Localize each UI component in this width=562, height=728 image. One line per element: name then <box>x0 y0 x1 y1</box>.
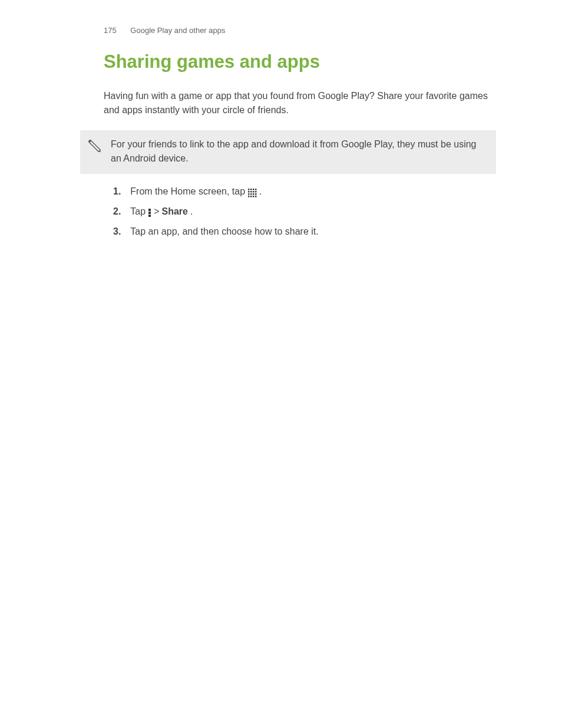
step-item: 3. Tap an app, and then choose how to sh… <box>113 225 494 239</box>
svg-rect-5 <box>250 191 252 193</box>
svg-rect-1 <box>250 189 252 190</box>
svg-rect-7 <box>255 191 257 193</box>
step-text: Tap an app, and then choose how to share… <box>130 225 318 239</box>
svg-rect-14 <box>253 196 254 197</box>
intro-paragraph: Having fun with a game or app that you f… <box>0 89 562 117</box>
note-callout: For your friends to link to the app and … <box>80 130 496 174</box>
svg-rect-16 <box>148 209 151 211</box>
step-number: 3. <box>113 225 121 239</box>
steps-list: 1. From the Home screen, tap <box>0 185 562 239</box>
page-number: 175 <box>104 26 117 35</box>
svg-rect-11 <box>255 193 257 195</box>
step-item: 1. From the Home screen, tap <box>113 185 494 199</box>
note-text: For your friends to link to the app and … <box>111 137 487 166</box>
pencil-icon <box>87 139 103 154</box>
svg-rect-0 <box>248 189 250 190</box>
svg-rect-15 <box>255 196 257 197</box>
step-number: 2. <box>113 205 121 219</box>
step-text: From the Home screen, tap <box>130 185 262 199</box>
page-title: Sharing games and apps <box>0 51 562 73</box>
svg-rect-4 <box>248 191 250 193</box>
apps-grid-icon <box>247 187 257 197</box>
step-item: 2. Tap > Share. <box>113 205 494 219</box>
svg-rect-8 <box>248 193 250 195</box>
section-name: Google Play and other apps <box>130 26 225 35</box>
svg-rect-13 <box>250 196 252 197</box>
step-text: Tap > Share. <box>130 205 193 219</box>
step-number: 1. <box>113 185 121 199</box>
svg-rect-18 <box>148 215 151 217</box>
svg-rect-12 <box>248 196 250 197</box>
share-label: Share <box>161 205 187 219</box>
svg-rect-17 <box>148 212 151 214</box>
svg-rect-2 <box>253 189 254 190</box>
svg-rect-3 <box>255 189 257 190</box>
svg-rect-9 <box>250 193 252 195</box>
svg-rect-10 <box>253 193 254 195</box>
document-page: 175 Google Play and other apps Sharing g… <box>0 0 562 239</box>
more-vertical-icon <box>148 207 151 217</box>
page-header: 175 Google Play and other apps <box>0 26 562 35</box>
svg-rect-6 <box>253 191 254 193</box>
